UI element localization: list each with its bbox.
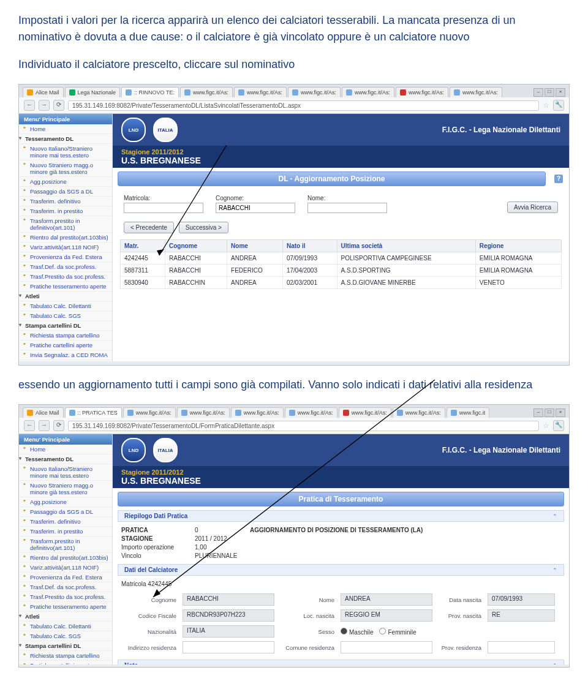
browser-tab[interactable]: www.figc.it/As: xyxy=(180,87,233,97)
menu-item[interactable]: Trasform.prestito in definitivo(art.101) xyxy=(19,216,112,233)
browser-tab[interactable]: www.figc.it/As: xyxy=(285,407,337,418)
section-header-riepilogo[interactable]: Riepilogo Dati Pratica⌃ xyxy=(118,510,564,522)
menu-item[interactable]: Richiesta stampa cartellino xyxy=(19,651,112,661)
maximize-icon[interactable]: □ xyxy=(545,88,554,97)
help-icon[interactable]: ? xyxy=(554,175,563,183)
menu-home[interactable]: Home xyxy=(19,124,112,134)
back-button[interactable]: ← xyxy=(24,100,35,111)
menu-item[interactable]: Variz.attività(art.118 NOIF) xyxy=(19,243,112,252)
menu-item[interactable]: Agg.posizione xyxy=(19,497,112,507)
menu-item[interactable]: Tabulato Calc. Dilettanti xyxy=(19,622,112,631)
bookmark-icon[interactable]: ☆ xyxy=(543,421,549,430)
section-header-note[interactable]: Note⌃ xyxy=(118,660,564,664)
menu-item[interactable]: Trasferim. definitivo xyxy=(19,517,112,527)
menu-item[interactable]: Cambia Area xyxy=(19,360,112,361)
back-button[interactable]: ← xyxy=(24,420,35,431)
menu-item[interactable]: Pratiche cartellini aperte xyxy=(19,661,112,664)
prev-page-button[interactable]: < Precedente xyxy=(124,222,174,233)
reload-button[interactable]: ⟳ xyxy=(53,420,64,431)
reload-button[interactable]: ⟳ xyxy=(53,100,64,111)
menu-item[interactable]: Nuovo Italiano/Straniero minore mai tess… xyxy=(19,464,112,481)
menu-item[interactable]: Nuovo Straniero magg.o minore già tess.e… xyxy=(19,481,112,497)
browser-tab[interactable]: www.figc.it/As: xyxy=(231,407,284,418)
menu-section-atleti[interactable]: Atleti xyxy=(19,292,112,301)
menu-section-stampa[interactable]: Stampa cartellini DL xyxy=(19,641,112,651)
menu-item[interactable]: Trasferim. in prestito xyxy=(19,527,112,536)
menu-item[interactable]: Richiesta stampa cartellino xyxy=(19,331,112,341)
chevron-up-icon: ⌃ xyxy=(552,513,557,519)
browser-tab[interactable]: :: RINNOVO TE: xyxy=(121,87,179,97)
comune-input[interactable] xyxy=(341,641,432,653)
minimize-icon[interactable]: – xyxy=(533,408,543,417)
browser-tab[interactable]: Alice Mail xyxy=(23,87,64,97)
radio-femminile[interactable]: Femminile xyxy=(379,628,416,636)
menu-item[interactable]: Provenienza da Fed. Estera xyxy=(19,252,112,262)
menu-section-atleti[interactable]: Atleti xyxy=(19,612,112,622)
menu-item[interactable]: Trasferim. in prestito xyxy=(19,206,112,216)
cognome-input[interactable] xyxy=(216,203,295,213)
menu-item[interactable]: Passaggio da SGS a DL xyxy=(19,507,112,517)
browser-tab[interactable]: www.figc.it/As: xyxy=(339,407,391,418)
search-button[interactable]: Avvia Ricerca xyxy=(507,201,558,213)
browser-tab[interactable]: www.figc.it/As: xyxy=(234,87,287,97)
matricola-input[interactable] xyxy=(124,203,203,213)
menu-item[interactable]: Trasform.prestito in definitivo(art.101) xyxy=(19,536,112,553)
menu-item[interactable]: Tabulato Calc. SGS xyxy=(19,311,112,321)
prov-res-input[interactable] xyxy=(488,641,555,653)
forward-button[interactable]: → xyxy=(39,420,50,431)
browser-tab[interactable]: www.figc.it/As: xyxy=(342,87,394,97)
bookmark-icon[interactable]: ☆ xyxy=(543,101,549,110)
browser-tab[interactable]: www.figc.it/As: xyxy=(288,87,341,97)
next-page-button[interactable]: Successiva > xyxy=(179,222,228,233)
menu-item[interactable]: Trasf.Def. da soc.profess. xyxy=(19,582,112,592)
menu-item[interactable]: Trasf.Def. da soc.profess. xyxy=(19,262,112,272)
menu-item[interactable]: Rientro dal prestito(art.103bis) xyxy=(19,553,112,563)
menu-item[interactable]: Pratiche cartellini aperte xyxy=(19,341,112,350)
menu-item[interactable]: Tabulato Calc. SGS xyxy=(19,631,112,641)
menu-item[interactable]: Pratiche tesseramento aperte xyxy=(19,602,112,612)
menu-home[interactable]: Home xyxy=(19,445,112,454)
radio-maschile[interactable]: Maschile xyxy=(341,628,373,636)
menu-item[interactable]: Tabulato Calc. Dilettanti xyxy=(19,301,112,311)
menu-item[interactable]: Nuovo Italiano/Straniero minore mai tess… xyxy=(19,144,112,160)
maximize-icon[interactable]: □ xyxy=(545,408,554,417)
browser-tab[interactable]: :: PRATICA TES xyxy=(65,407,122,418)
menu-item[interactable]: Agg.posizione xyxy=(19,177,112,187)
browser-tab[interactable]: www.figc.it/As: xyxy=(177,407,230,418)
table-row[interactable]: 5830940RABACCHINANDREA 02/03/2001A.S.D.G… xyxy=(121,277,562,289)
menu-item[interactable]: Trasferim. definitivo xyxy=(19,197,112,206)
forward-button[interactable]: → xyxy=(39,100,50,111)
browser-tab[interactable]: Alice Mail xyxy=(23,407,64,418)
browser-tab[interactable]: www.figc.it/As: xyxy=(450,87,502,97)
menu-item[interactable]: Nuovo Straniero magg.o minore già tess.e… xyxy=(19,160,112,177)
nome-input[interactable] xyxy=(307,203,387,213)
menu-item[interactable]: Rientro dal prestito(art.103bis) xyxy=(19,233,112,243)
table-row[interactable]: 5887311RABACCHIFEDERICO 17/04/2003A.S.D.… xyxy=(121,265,562,277)
menu-section-tesseramento[interactable]: Tesseramento DL xyxy=(19,134,112,144)
minimize-icon[interactable]: – xyxy=(533,88,543,97)
nazionalita-value[interactable]: ITALIA xyxy=(183,625,274,638)
menu-item[interactable]: Variz.attività(art.118 NOIF) xyxy=(19,563,112,573)
indirizzo-input[interactable] xyxy=(183,641,274,653)
browser-tab[interactable]: www.figc.it/As: xyxy=(123,407,176,418)
table-row[interactable]: 4242445RABACCHIANDREA 07/09/1993POLISPOR… xyxy=(121,252,562,265)
section-header-dati[interactable]: Dati del Calciatore⌃ xyxy=(118,564,564,576)
menu-item[interactable]: Provenienza da Fed. Estera xyxy=(19,573,112,582)
menu-item[interactable]: Trasf.Prestito da soc.profess. xyxy=(19,592,112,602)
menu-item[interactable]: Invia Segnalaz. a CED ROMA xyxy=(19,350,112,360)
close-icon[interactable]: × xyxy=(556,88,565,97)
wrench-icon[interactable]: 🔧 xyxy=(553,420,564,431)
browser-tab[interactable]: www.figc.it/As: xyxy=(393,407,445,418)
menu-section-tesseramento[interactable]: Tesseramento DL xyxy=(19,454,112,464)
menu-item[interactable]: Trasf.Prestito da soc.profess. xyxy=(19,272,112,282)
menu-item[interactable]: Pratiche tesseramento aperte xyxy=(19,282,112,292)
menu-item[interactable]: Passaggio da SGS a DL xyxy=(19,187,112,197)
address-bar[interactable]: 195.31.149.169:8082/Private/Tesseramento… xyxy=(68,421,539,431)
address-bar[interactable]: 195.31.149.169:8082/Private/Tesseramento… xyxy=(68,100,539,111)
wrench-icon[interactable]: 🔧 xyxy=(553,100,564,111)
browser-tab[interactable]: www.figc.it xyxy=(447,407,490,418)
browser-tab[interactable]: www.figc.it/As: xyxy=(396,87,448,97)
close-icon[interactable]: × xyxy=(556,408,565,417)
browser-tab[interactable]: Lega Nazionale xyxy=(65,87,121,97)
menu-section-stampa[interactable]: Stampa cartellini DL xyxy=(19,321,112,331)
